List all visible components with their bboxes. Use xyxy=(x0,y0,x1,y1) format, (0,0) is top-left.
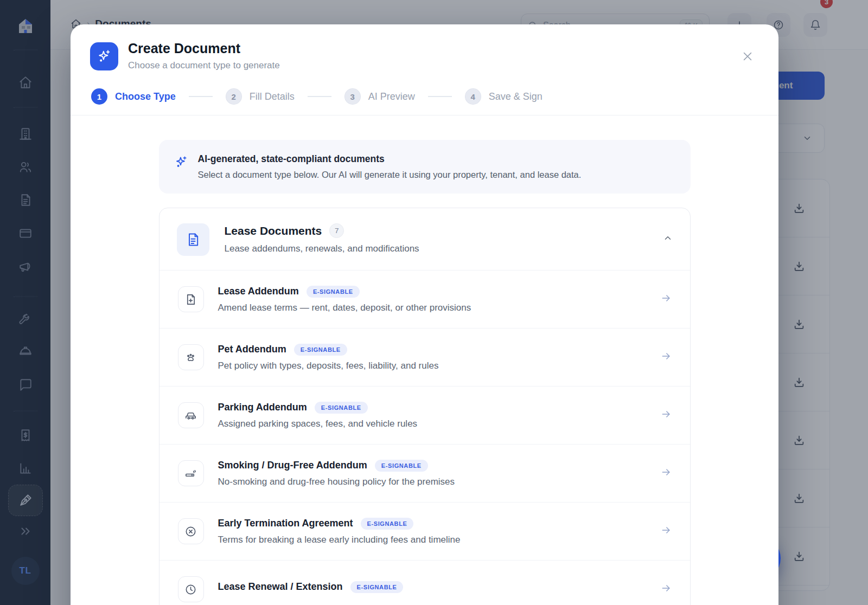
arrow-right-icon xyxy=(661,351,672,364)
clock-icon xyxy=(178,576,204,602)
stepper: 1 Choose Type 2 Fill Details 3 AI Previe… xyxy=(91,88,542,105)
car-icon xyxy=(178,402,204,428)
doc-type-smoking-addendum[interactable]: Smoking / Drug-Free Addendum E-SIGNABLE … xyxy=(159,444,690,502)
esignable-badge: E-SIGNABLE xyxy=(294,344,347,356)
category-header[interactable]: Lease Documents 7 Lease addendums, renew… xyxy=(159,208,690,270)
doc-type-early-termination[interactable]: Early Termination Agreement E-SIGNABLE T… xyxy=(159,502,690,560)
modal-subtitle: Choose a document type to generate xyxy=(128,60,280,71)
step-number: 1 xyxy=(91,88,107,105)
step-choose-type[interactable]: 1 Choose Type xyxy=(91,88,176,105)
arrow-right-icon xyxy=(661,293,672,306)
doc-type-title: Pet Addendum xyxy=(218,344,286,355)
doc-type-lease-addendum[interactable]: Lease Addendum E-SIGNABLE Amend lease te… xyxy=(159,270,690,328)
arrow-right-icon xyxy=(661,583,672,596)
doc-type-description: Pet policy with types, deposits, fees, l… xyxy=(218,361,439,371)
doc-type-parking-addendum[interactable]: Parking Addendum E-SIGNABLE Assigned par… xyxy=(159,386,690,444)
file-plus-icon xyxy=(178,286,204,312)
doc-type-title: Lease Addendum xyxy=(218,286,299,297)
close-button[interactable] xyxy=(741,49,755,63)
modal-icon-tile xyxy=(90,42,118,70)
doc-type-title: Smoking / Drug-Free Addendum xyxy=(218,460,367,471)
doc-type-description: Assigned parking spaces, fees, and vehic… xyxy=(218,419,418,429)
esignable-badge: E-SIGNABLE xyxy=(315,402,368,414)
category-count-badge: 7 xyxy=(329,223,344,238)
banner-title: AI-generated, state-compliant documents xyxy=(198,153,582,165)
category-icon-tile xyxy=(177,223,209,256)
arrow-right-icon xyxy=(661,409,672,422)
step-connector xyxy=(428,96,452,97)
esignable-badge: E-SIGNABLE xyxy=(375,460,428,472)
step-label: Choose Type xyxy=(115,91,176,102)
doc-type-title: Lease Renewal / Extension xyxy=(218,581,343,593)
step-fill-details[interactable]: 2 Fill Details xyxy=(226,88,295,105)
step-ai-preview[interactable]: 3 AI Preview xyxy=(344,88,415,105)
doc-type-lease-renewal[interactable]: Lease Renewal / Extension E-SIGNABLE xyxy=(159,560,690,605)
step-save-sign[interactable]: 4 Save & Sign xyxy=(465,88,542,105)
doc-type-description: Amend lease terms — rent, dates, deposit… xyxy=(218,302,471,313)
x-circle-icon xyxy=(178,518,204,544)
banner-description: Select a document type below. Our AI wil… xyxy=(198,170,582,180)
modal-body: AI-generated, state-compliant documents … xyxy=(71,115,778,605)
doc-type-pet-addendum[interactable]: Pet Addendum E-SIGNABLE Pet policy with … xyxy=(159,328,690,386)
chevron-up-icon[interactable] xyxy=(663,233,673,245)
category-subtitle: Lease addendums, renewals, and modificat… xyxy=(225,243,419,254)
lease-documents-card: Lease Documents 7 Lease addendums, renew… xyxy=(159,208,691,605)
step-number: 3 xyxy=(344,88,361,105)
paw-icon xyxy=(178,344,204,370)
esignable-badge: E-SIGNABLE xyxy=(350,581,404,593)
modal-title: Create Document xyxy=(128,41,240,56)
arrow-right-icon xyxy=(661,467,672,480)
close-icon xyxy=(742,50,754,62)
esignable-badge: E-SIGNABLE xyxy=(307,286,360,298)
step-connector xyxy=(189,96,213,97)
step-label: Save & Sign xyxy=(489,91,542,102)
doc-type-description: No-smoking and drug-free housing policy … xyxy=(218,477,455,487)
sparkles-icon xyxy=(174,155,188,169)
modal-header: Create Document Choose a document type t… xyxy=(71,24,778,115)
step-label: Fill Details xyxy=(250,91,295,102)
arrow-right-icon xyxy=(661,525,672,538)
step-number: 2 xyxy=(226,88,242,105)
cigarette-icon xyxy=(178,460,204,486)
document-icon xyxy=(186,232,201,247)
ai-info-banner: AI-generated, state-compliant documents … xyxy=(159,140,691,194)
category-title: Lease Documents xyxy=(225,224,322,237)
doc-type-description: Terms for breaking a lease early includi… xyxy=(218,535,461,545)
doc-type-title: Early Termination Agreement xyxy=(218,518,353,529)
step-connector xyxy=(308,96,331,97)
app-root: › Documents ⌘ K 3 New Document xyxy=(0,0,868,605)
step-label: AI Preview xyxy=(368,91,415,102)
step-number: 4 xyxy=(465,88,481,105)
sparkles-icon xyxy=(97,49,112,64)
esignable-badge: E-SIGNABLE xyxy=(361,518,414,530)
create-document-modal: Create Document Choose a document type t… xyxy=(71,24,778,605)
doc-type-title: Parking Addendum xyxy=(218,402,307,413)
